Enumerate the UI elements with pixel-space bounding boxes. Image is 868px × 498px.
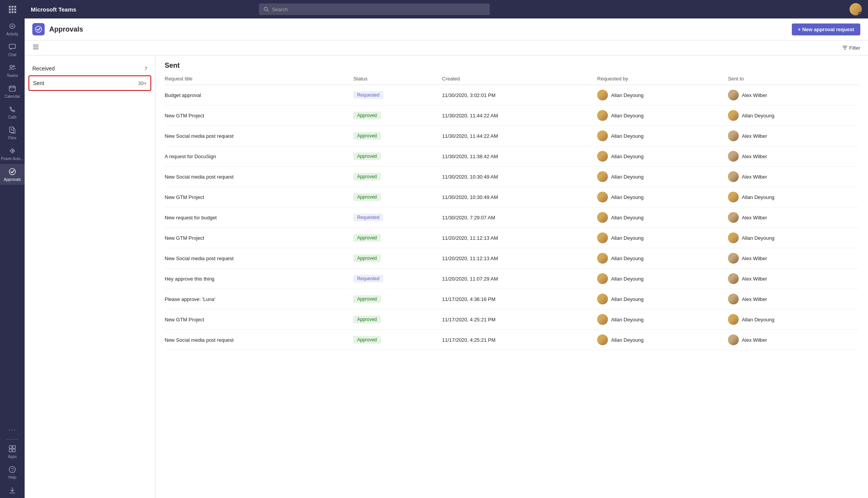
svg-rect-10 [9,44,15,48]
cell-title: New Social media post request [165,248,353,269]
cell-created: 11/17/2020, 4:25:21 PM [442,330,597,350]
svg-point-12 [13,65,15,67]
cell-status: Approved [353,228,442,248]
cell-created: 11/30/2020, 11:38:42 AM [442,146,597,167]
cell-status: Approved [353,187,442,207]
cell-sent-to: Allan Deyoung [728,105,859,126]
svg-rect-4 [12,8,13,10]
svg-rect-3 [9,8,11,10]
sidebar-item-more[interactable]: ··· [0,422,25,438]
page-title: Approvals [49,25,83,33]
table-row[interactable]: Budget approval Requested 11/30/2020, 3:… [165,85,859,105]
apps-icon [8,444,17,453]
sidebar-item-label-approvals: Approvals [4,177,21,182]
chat-icon [8,42,17,52]
cell-title: New request for budget [165,207,353,228]
cell-created: 11/30/2020, 7:29:07 AM [442,207,597,228]
cell-sent-to: Alex Wilber [728,207,859,228]
table-row[interactable]: New Social media post request Approved 1… [165,330,859,350]
sidebar-item-apps[interactable]: Apps [0,441,25,462]
nav-item-sent[interactable]: Sent 30+ [28,75,151,91]
calendar-icon [8,84,17,93]
svg-rect-24 [13,449,15,452]
search-icon [264,7,269,12]
cell-status: Approved [353,309,442,330]
sidebar-item-help[interactable]: ? Help [0,462,25,483]
topbar-right [850,3,862,15]
cell-requested-by: Allan Deyoung [597,228,728,248]
table-row[interactable]: A request for DocuSign Approved 11/30/20… [165,146,859,167]
calls-icon [8,105,17,114]
cell-created: 11/30/2020, 11:44:22 AM [442,126,597,146]
avatar[interactable] [850,3,862,15]
svg-rect-17 [10,127,13,132]
cell-status: Approved [353,289,442,309]
col-requested-by: Requested by [597,73,728,85]
sub-header: Filter [25,40,868,55]
search-input[interactable] [272,7,486,12]
cell-status: Requested [353,269,442,289]
table-row[interactable]: Hey approve this thing Requested 11/20/2… [165,269,859,289]
cell-requested-by: Allan Deyoung [597,126,728,146]
cell-created: 11/17/2020, 4:25:21 PM [442,309,597,330]
cell-sent-to: Alex Wilber [728,330,859,350]
cell-sent-to: Alex Wilber [728,85,859,105]
sidebar-item-files[interactable]: Files [0,122,25,143]
svg-rect-5 [14,8,16,10]
menu-icon[interactable] [32,43,39,52]
online-indicator [858,12,862,15]
svg-point-9 [12,25,13,27]
sidebar-top [0,0,25,18]
cell-sent-to: Allan Deyoung [728,187,859,207]
body-layout: Received 7 Sent 30+ Sent Request title S… [25,55,868,498]
search-box[interactable] [259,3,490,15]
filter-icon [842,45,848,50]
activity-icon [8,22,17,31]
cell-title: New Social media post request [165,126,353,146]
svg-rect-21 [9,446,12,448]
sidebar-item-label-activity: Activity [6,32,18,36]
cell-requested-by: Allan Deyoung [597,309,728,330]
new-approval-request-button[interactable]: + New approval request [792,23,860,35]
table-row[interactable]: New Social media post request Approved 1… [165,126,859,146]
teams-icon [8,63,17,72]
page-icon [32,23,45,35]
sidebar-item-calendar[interactable]: Calendar [0,81,25,102]
table-row[interactable]: New GTM Project Approved 11/17/2020, 4:2… [165,309,859,330]
sidebar-item-power-automate[interactable]: Power Auto... [0,143,25,164]
cell-created: 11/30/2020, 3:02:01 PM [442,85,597,105]
sidebar-item-approvals[interactable]: Approvals [0,164,25,185]
section-title: Sent [165,55,859,73]
sidebar-item-download[interactable] [0,483,25,498]
sidebar-item-calls[interactable]: Calls [0,102,25,122]
table-row[interactable]: New request for budget Requested 11/30/2… [165,207,859,228]
cell-created: 11/20/2020, 11:07:29 AM [442,269,597,289]
table-row[interactable]: New Social media post request Approved 1… [165,248,859,269]
cell-title: Please approve: 'Luna' [165,289,353,309]
nav-item-received[interactable]: Received 7 [25,62,155,75]
cell-status: Requested [353,85,442,105]
cell-created: 11/30/2020, 10:30:49 AM [442,187,597,207]
sidebar-item-activity[interactable]: Activity [0,18,25,39]
cell-status: Approved [353,126,442,146]
cell-status: Approved [353,167,442,187]
cell-requested-by: Allan Deyoung [597,187,728,207]
table-row[interactable]: Please approve: 'Luna' Approved 11/17/20… [165,289,859,309]
table-row[interactable]: New GTM Project Approved 11/30/2020, 11:… [165,105,859,126]
cell-created: 11/20/2020, 11:12:13 AM [442,228,597,248]
table-row[interactable]: New Social media post request Approved 1… [165,167,859,187]
sidebar-bottom: ··· Apps ? Help [0,422,25,498]
svg-text:?: ? [11,467,14,473]
sidebar-item-chat[interactable]: Chat [0,39,25,60]
filter-button[interactable]: Filter [842,45,860,51]
received-label: Received [32,65,55,72]
received-count: 7 [145,66,147,72]
svg-point-30 [35,26,42,32]
table-row[interactable]: New GTM Project Approved 11/20/2020, 11:… [165,228,859,248]
cell-requested-by: Allan Deyoung [597,85,728,105]
cell-requested-by: Allan Deyoung [597,289,728,309]
approvals-table: Request title Status Created Requested b… [165,73,859,350]
table-row[interactable]: New GTM Project Approved 11/30/2020, 10:… [165,187,859,207]
sidebar-item-teams[interactable]: Teams [0,60,25,81]
waffle-icon[interactable] [8,5,17,13]
